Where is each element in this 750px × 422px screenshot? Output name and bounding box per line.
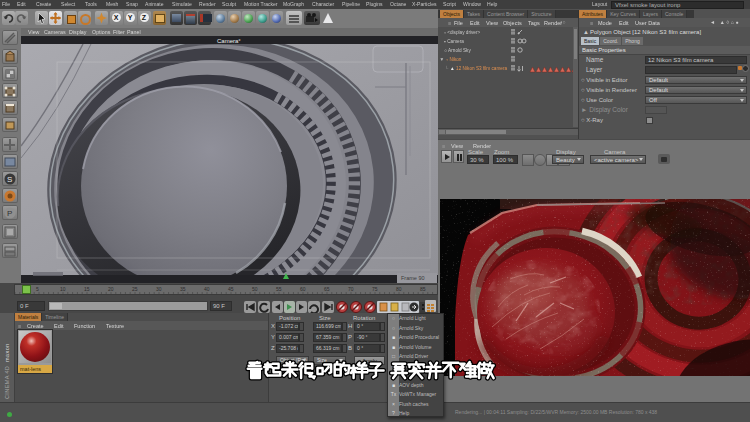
svg-text:10: 10 [60,286,66,292]
svg-text:65: 65 [324,286,330,292]
svg-text:50: 50 [252,286,258,292]
svg-text:20: 20 [108,286,114,292]
svg-text:30: 30 [156,286,162,292]
svg-text:15: 15 [84,286,90,292]
svg-text:40: 40 [204,286,210,292]
svg-text:70: 70 [348,286,354,292]
svg-text:P: P [7,209,12,218]
svg-text:Camera°: Camera° [217,38,241,44]
svg-text:55: 55 [276,286,282,292]
svg-text:85: 85 [420,286,426,292]
svg-text:Frame 90: Frame 90 [401,275,425,281]
svg-text:5: 5 [36,286,39,292]
svg-text:S: S [7,175,12,184]
svg-text:25: 25 [132,286,138,292]
svg-text:35: 35 [180,286,186,292]
svg-text:60: 60 [300,286,306,292]
svg-text:45: 45 [228,286,234,292]
svg-text:80: 80 [396,286,402,292]
svg-text:75: 75 [372,286,378,292]
